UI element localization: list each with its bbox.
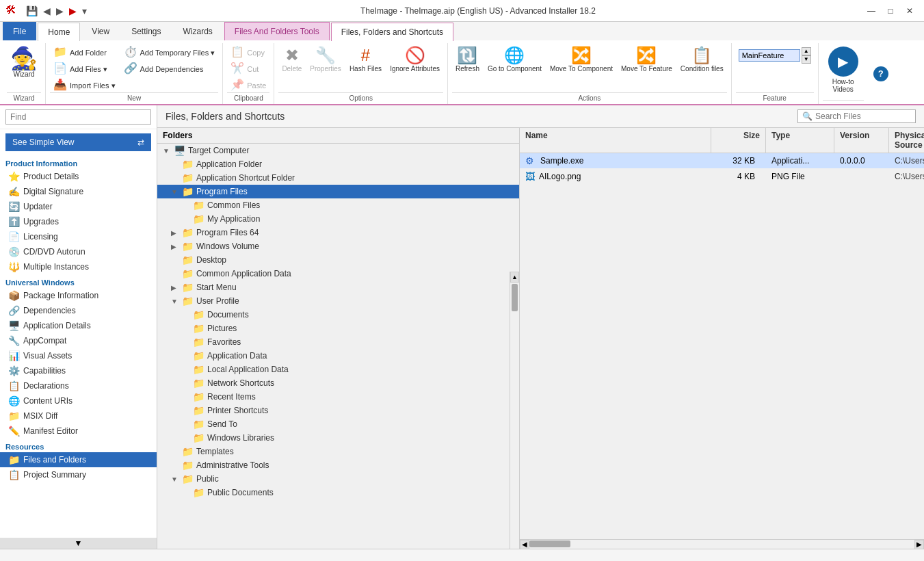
sidebar-item-project-summary[interactable]: 📋 Project Summary	[0, 467, 157, 482]
qa-back-button[interactable]: ◀	[42, 4, 52, 18]
add-files-button[interactable]: 📄 Add Files ▾	[50, 61, 119, 76]
sidebar-item-digital-signature[interactable]: ✍️ Digital Signature	[0, 184, 157, 199]
qa-more-button[interactable]: ▾	[81, 4, 88, 18]
ft-item-templates[interactable]: 📁 Templates	[157, 445, 519, 458]
sidebar-item-declarations[interactable]: 📋 Declarations	[0, 378, 157, 393]
ft-item-public-documents[interactable]: 📁 Public Documents	[157, 486, 519, 499]
move-to-component-button[interactable]: 🔀 Move To Component	[546, 44, 616, 75]
sidebar-scroll-down-button[interactable]: ▼	[0, 538, 157, 549]
refresh-button[interactable]: 🔃 Refresh	[452, 44, 483, 75]
ft-item-public[interactable]: ▼ 📁 Public	[157, 472, 519, 486]
ft-item-administrative-tools[interactable]: 📁 Administrative Tools	[157, 458, 519, 472]
sidebar-item-licensing[interactable]: 📄 Licensing	[0, 229, 157, 244]
sidebar-item-upgrades[interactable]: ⬆️ Upgrades	[0, 214, 157, 229]
how-to-videos-button[interactable]: ▶ How-toVideos	[823, 44, 864, 95]
hscroll-right-button[interactable]: ▶	[914, 540, 924, 549]
sidebar-item-appcompat[interactable]: 🔧 AppCompat	[0, 333, 157, 348]
hscroll-thumb[interactable]	[529, 540, 570, 547]
copy-button[interactable]: 📋 Copy	[227, 44, 269, 60]
feature-down-button[interactable]: ▼	[802, 55, 811, 64]
tab-wizards[interactable]: Wizards	[173, 22, 223, 40]
folder-scroll-up-button[interactable]: ▲	[510, 272, 519, 283]
hscroll-left-button[interactable]: ◀	[520, 540, 529, 549]
sidebar-item-files-and-folders[interactable]: 📁 Files and Folders	[0, 452, 157, 467]
sidebar-item-cd-dvd-autorun[interactable]: 💿 CD/DVD Autorun	[0, 244, 157, 259]
ft-item-desktop[interactable]: 📁 Desktop	[157, 253, 519, 267]
tab-home[interactable]: Home	[38, 23, 80, 41]
feature-input[interactable]	[739, 49, 800, 62]
ft-item-application-data[interactable]: 📁 Application Data	[157, 349, 519, 363]
ft-item-user-profile[interactable]: ▼ 📁 User Profile	[157, 294, 519, 308]
ft-item-target-computer[interactable]: ▼ 🖥️ Target Computer	[157, 144, 519, 157]
tab-files-folders-tools[interactable]: Files And Folders Tools	[224, 22, 330, 40]
delete-button[interactable]: ✖ Delete	[278, 44, 305, 75]
col-header-size[interactable]: Size	[711, 128, 766, 153]
col-header-name[interactable]: Name	[520, 128, 711, 153]
condition-files-button[interactable]: 📋 Condition files	[677, 44, 727, 75]
ft-item-local-application-data[interactable]: 📁 Local Application Data	[157, 363, 519, 376]
add-dependencies-button[interactable]: 🔗 Add Dependencies	[120, 61, 219, 76]
sidebar-item-updater[interactable]: 🔄 Updater	[0, 199, 157, 214]
help-button[interactable]: ?	[873, 66, 888, 81]
file-row-sample-exe[interactable]: ⚙ Sample.exe 32 KB Applicati... 0.0.0.0 …	[520, 153, 924, 169]
add-folder-button[interactable]: 📁 Add Folder	[50, 44, 119, 60]
ft-item-windows-volume[interactable]: ▶ 📁 Windows Volume	[157, 239, 519, 253]
qa-build-button[interactable]: ▶	[68, 4, 78, 18]
ft-item-my-application[interactable]: 📁 My Application	[157, 212, 519, 226]
import-files-button[interactable]: 📥 Import Files ▾	[50, 77, 119, 92]
sidebar-item-manifest-editor[interactable]: ✏️ Manifest Editor	[0, 423, 157, 439]
tab-files-folders-shortcuts[interactable]: Files, Folders and Shortcuts	[331, 23, 453, 41]
simple-view-button[interactable]: See Simple View ⇄	[5, 133, 151, 151]
sidebar-item-msix-diff[interactable]: 📁 MSIX Diff	[0, 408, 157, 423]
add-temporary-files-button[interactable]: ⏱️ Add Temporary Files ▾	[120, 44, 219, 60]
ft-item-network-shortcuts[interactable]: 📁 Network Shortcuts	[157, 376, 519, 390]
file-row-ailogo-png[interactable]: 🖼 AILogo.png 4 KB PNG File C:\Users\thej…	[520, 169, 924, 185]
ft-item-common-application-data[interactable]: 📁 Common Application Data	[157, 267, 519, 280]
qa-forward-button[interactable]: ▶	[55, 4, 65, 18]
ft-item-send-to[interactable]: 📁 Send To	[157, 417, 519, 431]
ft-item-program-files[interactable]: ▼ 📁 Program Files	[157, 185, 519, 198]
sidebar-item-package-information[interactable]: 📦 Package Information	[0, 288, 157, 303]
maximize-button[interactable]: □	[882, 4, 899, 18]
goto-component-button[interactable]: 🌐 Go to Component	[484, 44, 545, 75]
ft-item-application-shortcut-folder[interactable]: 📁 Application Shortcut Folder	[157, 171, 519, 185]
sidebar-item-capabilities[interactable]: ⚙️ Capabilities	[0, 363, 157, 378]
ignore-attributes-button[interactable]: 🚫 Ignore Attributes	[386, 44, 443, 75]
hash-files-button[interactable]: # Hash Files	[346, 44, 385, 75]
ft-item-printer-shortcuts[interactable]: 📁 Printer Shortcuts	[157, 404, 519, 417]
folder-scroll-thumb[interactable]	[512, 284, 518, 311]
col-header-version[interactable]: Version	[834, 128, 889, 153]
col-header-type[interactable]: Type	[766, 128, 834, 153]
ft-item-windows-libraries[interactable]: 📁 Windows Libraries	[157, 431, 519, 445]
ft-item-documents[interactable]: 📁 Documents	[157, 308, 519, 322]
ft-item-program-files-64[interactable]: ▶ 📁 Program Files 64	[157, 226, 519, 239]
properties-button[interactable]: 🔧 Properties	[306, 44, 345, 75]
col-header-physical[interactable]: Physical Source	[889, 128, 924, 153]
ft-item-application-folder[interactable]: 📁 Application Folder	[157, 157, 519, 171]
ft-item-common-files[interactable]: 📁 Common Files	[157, 198, 519, 212]
feature-up-button[interactable]: ▲	[802, 47, 811, 55]
sidebar-item-visual-assets[interactable]: 📊 Visual Assets	[0, 348, 157, 363]
ft-item-start-menu[interactable]: ▶ 📁 Start Menu	[157, 280, 519, 294]
search-files-input[interactable]	[815, 112, 911, 121]
tab-view[interactable]: View	[81, 22, 120, 40]
wizard-button[interactable]: 🧙 Wizard	[7, 44, 41, 81]
sidebar-item-application-details[interactable]: 🖥️ Application Details	[0, 318, 157, 333]
ft-item-favorites[interactable]: 📁 Favorites	[157, 335, 519, 349]
sidebar-item-content-uris[interactable]: 🌐 Content URIs	[0, 393, 157, 408]
minimize-button[interactable]: —	[862, 4, 880, 18]
ft-item-recent-items[interactable]: 📁 Recent Items	[157, 390, 519, 404]
folder-tree-body[interactable]: ▼ 🖥️ Target Computer 📁 Application Folde…	[157, 144, 519, 549]
close-button[interactable]: ✕	[901, 4, 919, 18]
ft-item-pictures[interactable]: 📁 Pictures	[157, 322, 519, 335]
cut-button[interactable]: ✂️ Cut	[227, 61, 269, 76]
sidebar-item-multiple-instances[interactable]: 🔱 Multiple Instances	[0, 259, 157, 274]
sidebar-item-dependencies[interactable]: 🔗 Dependencies	[0, 303, 157, 318]
paste-button[interactable]: 📌 Paste	[227, 77, 269, 92]
sidebar-item-product-details[interactable]: ⭐ Product Details	[0, 169, 157, 184]
move-to-feature-button[interactable]: 🔀 Move To Feature	[618, 44, 676, 75]
tab-file[interactable]: File	[3, 22, 36, 40]
sidebar-search-input[interactable]	[5, 109, 151, 125]
tab-settings[interactable]: Settings	[121, 22, 171, 40]
qa-save-button[interactable]: 💾	[25, 4, 39, 18]
